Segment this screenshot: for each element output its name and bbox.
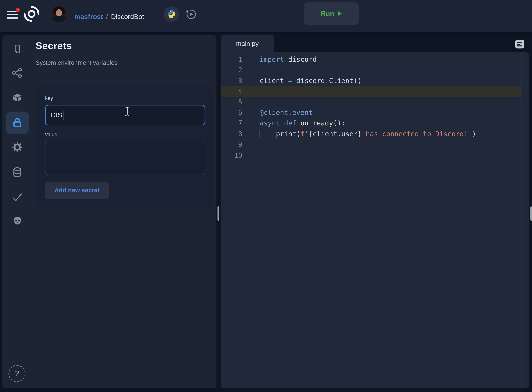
cube-icon bbox=[11, 92, 23, 104]
line-number: 7 bbox=[221, 118, 242, 129]
sidebar-item-files[interactable] bbox=[6, 38, 29, 60]
breadcrumb-project[interactable]: DiscordBot bbox=[111, 13, 144, 20]
indent-guide bbox=[270, 130, 271, 138]
key-input[interactable]: DIS bbox=[45, 105, 205, 125]
code-line-9[interactable]: 9 bbox=[221, 139, 521, 150]
editor-scroll-gutter bbox=[522, 52, 522, 388]
run-button-label: Run bbox=[320, 9, 334, 18]
line-number: 9 bbox=[221, 139, 242, 150]
indent-guide bbox=[259, 130, 260, 138]
alien-icon bbox=[12, 215, 23, 227]
replit-workspace: masfrost / DiscordBot Run bbox=[0, 0, 532, 392]
right-edge-resize-handle[interactable] bbox=[530, 206, 532, 221]
play-icon bbox=[338, 11, 342, 16]
file-list-toggle-icon[interactable] bbox=[515, 40, 524, 49]
top-header: masfrost / DiscordBot Run bbox=[0, 0, 532, 33]
secrets-panel: ? Secrets System environment variables k… bbox=[2, 35, 216, 388]
hamburger-menu-icon[interactable] bbox=[7, 11, 18, 19]
code-line-6[interactable]: 6@client.event bbox=[221, 107, 521, 118]
panel-subtitle: System environment variables bbox=[36, 59, 117, 66]
line-number: 5 bbox=[221, 97, 242, 107]
code-editor[interactable]: 1import discord23client = discord.Client… bbox=[221, 52, 529, 388]
key-label: key bbox=[45, 95, 53, 101]
code-lines: 1import discord23client = discord.Client… bbox=[221, 54, 521, 161]
file-icon bbox=[12, 43, 23, 54]
breadcrumb-separator: / bbox=[106, 13, 108, 20]
sidebar-item-settings[interactable] bbox=[6, 136, 29, 158]
sidebar-item-extensions[interactable] bbox=[6, 210, 29, 232]
lock-icon bbox=[11, 117, 24, 129]
sidebar-item-version-control[interactable] bbox=[6, 62, 29, 84]
code-line-2[interactable]: 2 bbox=[221, 65, 521, 75]
sidebar-item-database[interactable] bbox=[6, 161, 29, 183]
add-new-secret-button[interactable]: Add new secret bbox=[45, 182, 109, 199]
code-line-8[interactable]: 8 print(f'{client.user} has connected to… bbox=[221, 129, 521, 139]
breadcrumb-username[interactable]: masfrost bbox=[74, 13, 103, 20]
tab-main-py[interactable]: main.py bbox=[221, 35, 274, 52]
line-number: 8 bbox=[221, 129, 242, 139]
code-line-10[interactable]: 10 bbox=[221, 150, 521, 161]
line-number: 6 bbox=[221, 107, 242, 118]
panel-resize-handle[interactable] bbox=[218, 206, 219, 221]
new-secret-card: key DIS value Add new secret bbox=[36, 86, 213, 207]
line-number: 3 bbox=[221, 75, 242, 86]
code-line-5[interactable]: 5 bbox=[221, 97, 521, 107]
user-avatar[interactable] bbox=[51, 6, 67, 22]
line-number: 1 bbox=[221, 54, 242, 65]
replit-logo-icon[interactable] bbox=[23, 5, 40, 22]
sidebar-item-packages[interactable] bbox=[6, 87, 29, 109]
notification-dot bbox=[16, 8, 20, 12]
value-label: value bbox=[45, 131, 57, 137]
check-icon bbox=[11, 191, 24, 203]
sidebar-item-secrets[interactable] bbox=[6, 112, 29, 134]
line-number: 10 bbox=[221, 150, 242, 161]
code-line-7[interactable]: 7async def on_ready(): bbox=[221, 118, 521, 129]
code-line-3[interactable]: 3client = discord.Client() bbox=[221, 75, 521, 86]
help-button-label: ? bbox=[15, 369, 19, 378]
line-number: 4 bbox=[221, 86, 242, 97]
editor-pane: main.py 1import discord23client = discor… bbox=[221, 35, 529, 388]
code-line-1[interactable]: 1import discord bbox=[221, 54, 521, 65]
breadcrumb: masfrost / DiscordBot bbox=[74, 0, 144, 33]
run-button[interactable]: Run bbox=[304, 2, 359, 25]
share-icon bbox=[11, 67, 23, 79]
value-textarea[interactable] bbox=[45, 141, 205, 175]
panel-title: Secrets bbox=[36, 40, 72, 51]
python-language-icon[interactable] bbox=[164, 6, 179, 22]
text-caret bbox=[63, 111, 64, 120]
history-icon[interactable] bbox=[185, 8, 197, 21]
sidebar-item-checklist[interactable] bbox=[6, 186, 29, 208]
line-number: 2 bbox=[221, 65, 242, 75]
help-button[interactable]: ? bbox=[9, 365, 25, 382]
database-icon bbox=[11, 166, 23, 178]
code-line-4[interactable]: 4 bbox=[221, 86, 521, 97]
gear-icon bbox=[11, 141, 23, 153]
key-input-value: DIS bbox=[51, 111, 62, 119]
